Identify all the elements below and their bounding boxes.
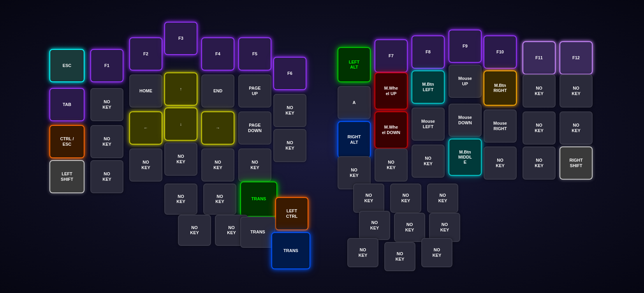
key-trans2[interactable]: TRANS	[240, 217, 275, 248]
key-mousedown[interactable]: Mouse DOWN	[449, 104, 482, 137]
key-nokey-r4c3[interactable]: NO KEY	[129, 148, 162, 182]
key-f8[interactable]: F8	[412, 35, 445, 69]
key-pagedown[interactable]: PAGE DOWN	[238, 111, 271, 145]
key-mbtnleft[interactable]: M.Btn LEFT	[412, 71, 445, 104]
key-nokey-t1[interactable]: NO KEY	[164, 184, 197, 215]
key-f4[interactable]: F4	[201, 37, 234, 71]
key-ctrl-esc[interactable]: CTRL / ESC	[49, 125, 84, 158]
right-half: LEFT ALTF7F8F9F10F11F12AM.Whe el UPM.Btn…	[330, 14, 602, 279]
key-f7[interactable]: F7	[375, 39, 408, 72]
key-rnokey-t4[interactable]: NO KEY	[359, 211, 390, 240]
key-rnokey-t1[interactable]: NO KEY	[353, 184, 384, 213]
key-esc[interactable]: ESC	[49, 49, 84, 82]
key-nokey-rr4c3[interactable]: NO KEY	[412, 145, 445, 178]
key-rnokey-t2[interactable]: NO KEY	[390, 184, 421, 213]
key-trans1[interactable]: TRANS	[240, 182, 277, 217]
key-mwheeldown[interactable]: M.Whe el DOWN	[375, 111, 408, 148]
key-f1[interactable]: F1	[90, 49, 123, 82]
key-a-key[interactable]: A	[338, 86, 371, 119]
key-nokey-r4c4[interactable]: NO KEY	[164, 143, 197, 176]
key-nokey-r4c2[interactable]: NO KEY	[90, 160, 123, 193]
key-rightshift[interactable]: RIGHT SHIFT	[560, 146, 593, 180]
key-rnokey-t7[interactable]: NO KEY	[347, 238, 378, 267]
key-nokey-rr4c2[interactable]: NO KEY	[375, 148, 408, 182]
key-nokey-t2[interactable]: NO KEY	[203, 184, 236, 215]
key-up[interactable]: ↑	[164, 72, 197, 106]
key-f12[interactable]: F12	[560, 41, 593, 74]
key-nokey-rr3c6[interactable]: NO KEY	[523, 111, 556, 145]
key-end[interactable]: END	[201, 74, 234, 108]
key-pageup[interactable]: PAGE UP	[238, 74, 271, 108]
key-nokey-r3c2[interactable]: NO KEY	[90, 125, 123, 158]
key-left[interactable]: ←	[129, 111, 162, 145]
key-nokey-rr4c6[interactable]: NO KEY	[523, 146, 556, 180]
key-mbtnright[interactable]: M.Btn RIGHT	[484, 71, 517, 106]
key-rnokey-t8[interactable]: NO KEY	[384, 242, 415, 271]
key-mouseright[interactable]: Mouse RIGHT	[484, 109, 517, 143]
key-mouseleft[interactable]: Mouse LEFT	[412, 108, 445, 141]
key-rnokey-t5[interactable]: NO KEY	[394, 213, 425, 242]
key-nokey-r4c6[interactable]: NO KEY	[238, 148, 271, 182]
key-nokey-r4c5[interactable]: NO KEY	[201, 148, 234, 182]
left-half: ESCF1F2F3F4F5F6TABNO KEYHOME↑ENDPAGE UPN…	[42, 14, 306, 279]
key-f2[interactable]: F2	[129, 37, 162, 71]
key-rnokey-t9[interactable]: NO KEY	[421, 238, 452, 267]
key-nokey-r3c6[interactable]: NO KEY	[273, 129, 306, 162]
key-rnokey-t3[interactable]: NO KEY	[427, 184, 458, 213]
key-nokey-rr2c7[interactable]: NO KEY	[560, 74, 593, 108]
key-home[interactable]: HOME	[129, 74, 162, 108]
key-mbtnmiddle[interactable]: M.Btn MIDDL E	[449, 139, 482, 176]
key-leftshift[interactable]: LEFT SHIFT	[49, 160, 84, 193]
key-f6[interactable]: F6	[273, 57, 306, 90]
key-nokey-rr2c6[interactable]: NO KEY	[523, 74, 556, 108]
key-mwheelup[interactable]: M.Whe el UP	[375, 72, 408, 109]
key-f11[interactable]: F11	[523, 41, 556, 74]
keyboard-layout: ESCF1F2F3F4F5F6TABNO KEYHOME↑ENDPAGE UPN…	[0, 0, 644, 293]
key-down[interactable]: ↓	[164, 108, 197, 141]
key-rightalt[interactable]: RIGHT ALT	[338, 121, 371, 158]
key-left-ctrl[interactable]: LEFT CTRL	[275, 197, 308, 230]
key-f10[interactable]: F10	[484, 35, 517, 69]
key-nokey-rr3c7[interactable]: NO KEY	[560, 111, 593, 145]
key-nokey-t3[interactable]: NO KEY	[178, 215, 211, 246]
key-f9[interactable]: F9	[449, 30, 482, 63]
key-tab[interactable]: TAB	[49, 88, 84, 121]
key-mouseup[interactable]: Mouse UP	[449, 65, 482, 98]
key-trans3[interactable]: TRANS	[271, 232, 310, 269]
key-nokey-tab[interactable]: NO KEY	[90, 88, 123, 121]
key-rnokey-t6[interactable]: NO KEY	[429, 213, 460, 242]
key-right[interactable]: →	[201, 111, 234, 145]
key-f5[interactable]: F5	[238, 37, 271, 71]
key-nokey-r2c6[interactable]: NO KEY	[273, 94, 306, 127]
key-nokey-rr4c5[interactable]: NO KEY	[484, 146, 517, 180]
key-f3[interactable]: F3	[164, 22, 197, 55]
key-lefalt[interactable]: LEFT ALT	[338, 47, 371, 82]
